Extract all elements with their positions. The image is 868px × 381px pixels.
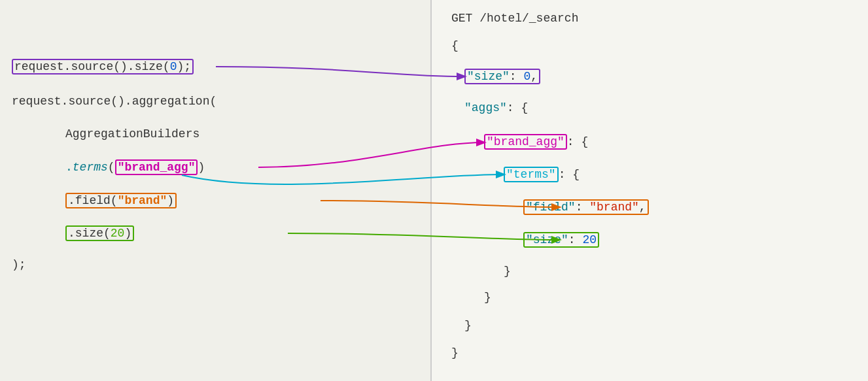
field-box-left: .field("brand") — [65, 193, 177, 208]
size-field-right: "size": 0, — [464, 69, 540, 84]
code-line-7: ); — [12, 258, 26, 271]
code-line-5: .field("brand") — [65, 193, 177, 208]
terms-right-text: "terms" — [506, 168, 556, 181]
code-line-6: .size(20) — [65, 225, 134, 241]
size20-box-left: .size(20) — [65, 225, 134, 241]
right-panel: GET /hotel/_search { "size": 0, "aggs": … — [432, 0, 868, 381]
size-right-text: "size": 0, — [467, 70, 538, 83]
field-left-text: .field("brand") — [68, 194, 174, 207]
size-call-box: request.source().size(0); — [12, 59, 194, 75]
close-brace-2-text: } — [484, 291, 491, 304]
brand-agg-brace: : { — [567, 135, 588, 148]
close-brace-3-text: } — [464, 319, 472, 332]
terms-colon: : { — [559, 168, 580, 181]
brand-agg-field: "brand_agg" : { — [484, 134, 588, 150]
field-box-right: "field": "brand", — [523, 199, 649, 215]
api-title-text: GET /hotel/_search — [451, 12, 578, 25]
size-box-right: "size": 0, — [464, 69, 540, 84]
size20-field: "size": 20 — [523, 232, 599, 248]
brand-agg-left-text: "brand_agg" — [118, 161, 196, 174]
dot-terms-prefix: . — [65, 161, 73, 174]
line3-text: AggregationBuilders — [65, 127, 200, 141]
terms-field: "terms" : { — [504, 167, 580, 182]
close-brace-2: } — [484, 291, 491, 304]
open-brace-text: { — [451, 39, 459, 52]
code-line-1: request.source().size(0); — [12, 59, 194, 75]
terms-box-right: "terms" — [504, 167, 559, 182]
api-title: GET /hotel/_search — [451, 12, 578, 25]
size20-left-text: .size(20) — [68, 227, 131, 240]
code-line-4: .terms("brand_agg") — [65, 159, 205, 175]
open-brace: { — [451, 39, 459, 52]
line7-text: ); — [12, 258, 26, 271]
code-line-3: AggregationBuilders — [65, 127, 200, 141]
size-call-text: request.source().size(0); — [14, 60, 191, 73]
close-brace-1-text: } — [504, 265, 511, 278]
close-brace-4: } — [451, 346, 459, 359]
size20-box-right: "size": 20 — [523, 232, 599, 248]
aggs-text: "aggs" — [464, 101, 507, 114]
line2-text: request.source().aggregation( — [12, 95, 217, 108]
code-line-2: request.source().aggregation( — [12, 95, 217, 108]
left-panel: request.source().size(0); request.source… — [0, 0, 432, 381]
brand-agg-right-text: "brand_agg" — [487, 135, 564, 148]
field-right-text: "field": "brand", — [526, 201, 646, 214]
close-brace-1: } — [504, 265, 511, 278]
close-brace-4-text: } — [451, 346, 459, 359]
size20-right-text: "size": 20 — [526, 233, 597, 246]
field-field: "field": "brand", — [523, 199, 649, 215]
brand-agg-box-right: "brand_agg" — [484, 134, 567, 150]
aggs-colon: : { — [507, 101, 528, 114]
close-brace-3: } — [464, 319, 472, 332]
brand-agg-box-left: "brand_agg" — [115, 159, 198, 175]
terms-method: terms — [73, 161, 108, 174]
aggs-field: "aggs": { — [464, 101, 528, 114]
